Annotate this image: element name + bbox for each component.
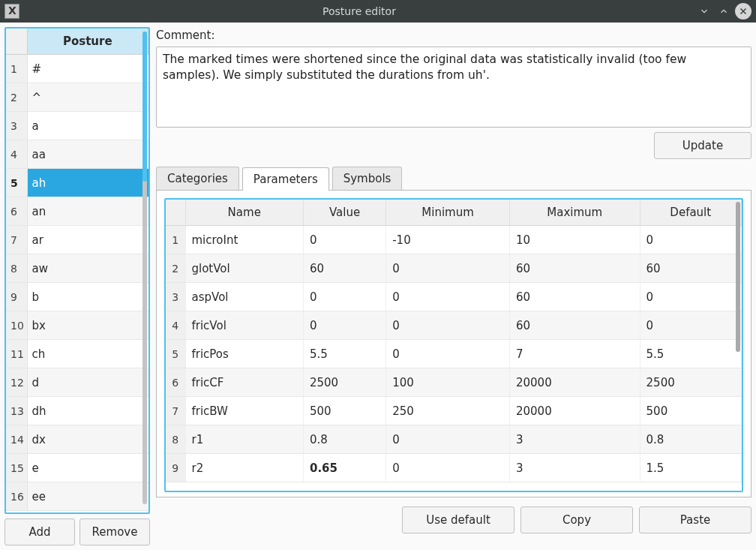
tab-parameters[interactable]: Parameters	[242, 167, 329, 191]
posture-row-name[interactable]: aw	[27, 254, 148, 283]
posture-row-name[interactable]: dx	[27, 425, 148, 454]
paste-button[interactable]: Paste	[639, 506, 752, 533]
param-cell-default[interactable]: 0	[640, 283, 741, 311]
param-cell-max[interactable]: 60	[509, 283, 640, 311]
param-cell-min[interactable]: 0	[386, 311, 510, 340]
posture-row-name[interactable]: aa	[27, 140, 148, 169]
param-cell-max[interactable]: 3	[509, 454, 640, 482]
copy-button[interactable]: Copy	[520, 506, 633, 533]
posture-row-name[interactable]: ee	[27, 482, 148, 511]
param-cell-name[interactable]: fricBW	[185, 397, 303, 425]
posture-row[interactable]: 13dh	[6, 397, 148, 425]
param-cell-name[interactable]: r2	[185, 454, 303, 482]
param-cell-value[interactable]: 0	[303, 283, 386, 311]
param-cell-min[interactable]: 0	[386, 340, 510, 368]
param-cell-default[interactable]: 2500	[640, 368, 741, 397]
posture-row[interactable]: 2^	[6, 83, 148, 112]
posture-row[interactable]: 11ch	[6, 340, 148, 368]
param-cell-max[interactable]: 10	[509, 226, 640, 254]
posture-row[interactable]: 9b	[6, 283, 148, 311]
minimize-button[interactable]	[696, 3, 712, 20]
param-cell-default[interactable]: 5.5	[640, 340, 741, 368]
param-cell-name[interactable]: fricPos	[185, 340, 303, 368]
posture-row-name[interactable]: dh	[27, 397, 148, 425]
param-cell-max[interactable]: 3	[509, 425, 640, 454]
posture-row[interactable]: 6an	[6, 197, 148, 226]
use-default-button[interactable]: Use default	[402, 506, 514, 533]
update-button[interactable]: Update	[654, 132, 752, 159]
param-cell-default[interactable]: 0	[640, 311, 741, 340]
posture-row[interactable]: 5ah	[6, 169, 148, 197]
posture-scrollbar[interactable]	[142, 32, 147, 504]
param-cell-name[interactable]: fricCF	[185, 368, 303, 397]
param-row[interactable]: 1microInt0-10100	[166, 226, 742, 254]
param-cell-default[interactable]: 500	[640, 397, 741, 425]
posture-row-name[interactable]: bx	[27, 311, 148, 340]
param-cell-default[interactable]: 60	[640, 254, 741, 283]
param-cell-max[interactable]: 60	[509, 311, 640, 340]
param-row[interactable]: 5fricPos5.5075.5	[166, 340, 742, 368]
param-cell-max[interactable]: 20000	[509, 397, 640, 425]
posture-row-name[interactable]: ar	[27, 226, 148, 254]
parameter-table[interactable]: Name Value Minimum Maximum Default 1micr…	[164, 198, 743, 492]
param-cell-min[interactable]: -10	[386, 226, 510, 254]
param-cell-default[interactable]: 0	[640, 226, 741, 254]
posture-row-name[interactable]: #	[27, 55, 148, 83]
param-cell-value[interactable]: 5.5	[303, 340, 386, 368]
param-cell-max[interactable]: 60	[509, 254, 640, 283]
posture-row-name[interactable]: e	[27, 454, 148, 482]
posture-row[interactable]: 12d	[6, 368, 148, 397]
param-cell-min[interactable]: 0	[386, 425, 510, 454]
param-row[interactable]: 4fricVol00600	[166, 311, 742, 340]
param-cell-min[interactable]: 0	[386, 254, 510, 283]
param-cell-min[interactable]: 100	[386, 368, 510, 397]
tab-categories[interactable]: Categories	[156, 167, 239, 190]
param-row[interactable]: 9r20.65031.5	[166, 454, 742, 482]
param-cell-min[interactable]: 0	[386, 283, 510, 311]
close-button[interactable]	[735, 3, 752, 20]
param-cell-max[interactable]: 20000	[509, 368, 640, 397]
param-cell-default[interactable]: 0.8	[640, 425, 741, 454]
posture-row-name[interactable]: a	[27, 112, 148, 140]
param-cell-name[interactable]: fricVol	[185, 311, 303, 340]
param-cell-min[interactable]: 0	[386, 454, 510, 482]
tab-symbols[interactable]: Symbols	[332, 167, 403, 190]
param-row[interactable]: 3aspVol00600	[166, 283, 742, 311]
param-cell-name[interactable]: glotVol	[185, 254, 303, 283]
param-scrollbar-thumb[interactable]	[736, 202, 740, 352]
posture-table[interactable]: Posture 1#2^3a4aa5ah6an7ar8aw9b10bx11ch1…	[4, 27, 150, 514]
param-cell-max[interactable]: 7	[509, 340, 640, 368]
param-cell-value[interactable]: 0	[303, 311, 386, 340]
add-button[interactable]: Add	[4, 518, 75, 545]
posture-row-name[interactable]: an	[27, 197, 148, 226]
param-cell-name[interactable]: aspVol	[185, 283, 303, 311]
posture-row[interactable]: 1#	[6, 55, 148, 83]
posture-row[interactable]: 15e	[6, 454, 148, 482]
posture-row-name[interactable]: ^	[27, 83, 148, 112]
posture-row-name[interactable]: ch	[27, 340, 148, 368]
posture-row[interactable]: 14dx	[6, 425, 148, 454]
param-cell-min[interactable]: 250	[386, 397, 510, 425]
param-row[interactable]: 2glotVol6006060	[166, 254, 742, 283]
remove-button[interactable]: Remove	[80, 518, 150, 545]
param-cell-default[interactable]: 1.5	[640, 454, 741, 482]
param-scrollbar[interactable]	[736, 202, 740, 479]
param-row[interactable]: 7fricBW50025020000500	[166, 397, 742, 425]
param-row[interactable]: 6fricCF2500100200002500	[166, 368, 742, 397]
maximize-button[interactable]	[716, 3, 732, 20]
posture-row[interactable]: 3a	[6, 112, 148, 140]
posture-row-name[interactable]: b	[27, 283, 148, 311]
posture-row-name[interactable]: d	[27, 368, 148, 397]
param-cell-name[interactable]: microInt	[185, 226, 303, 254]
posture-row[interactable]: 8aw	[6, 254, 148, 283]
posture-row[interactable]: 10bx	[6, 311, 148, 340]
posture-row[interactable]: 7ar	[6, 226, 148, 254]
param-cell-value[interactable]: 500	[303, 397, 386, 425]
posture-row[interactable]: 16ee	[6, 482, 148, 511]
param-cell-value[interactable]: 0.65	[303, 454, 386, 482]
param-cell-value[interactable]: 60	[303, 254, 386, 283]
comment-input[interactable]	[156, 47, 752, 128]
posture-row[interactable]: 4aa	[6, 140, 148, 169]
param-cell-name[interactable]: r1	[185, 425, 303, 454]
posture-row-name[interactable]: ah	[27, 169, 148, 197]
